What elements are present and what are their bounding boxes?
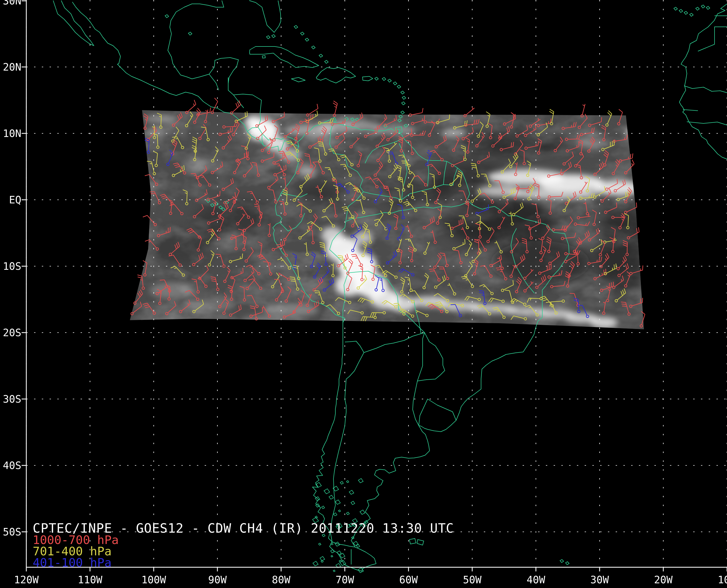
lon-label-40W: 40W: [527, 574, 546, 586]
fjord-island-speck: [321, 560, 323, 562]
fjord-island-speck: [358, 478, 363, 483]
fjord-island-speck: [331, 555, 333, 557]
coastline-path: [684, 86, 727, 93]
island-speck: [319, 54, 323, 57]
fjord-island-speck: [339, 510, 341, 512]
fjord-island-speck: [346, 481, 349, 483]
legend-item-high: 401-100 hPa: [33, 555, 112, 569]
coastline-path: [363, 76, 373, 81]
fjord-island-speck: [329, 495, 334, 499]
lon-label-90W: 90W: [208, 574, 227, 586]
island-speck: [382, 78, 386, 81]
island-speck: [684, 11, 688, 14]
coastline-path: [234, 95, 244, 108]
island-speck: [696, 7, 699, 10]
fjord-island-speck: [346, 512, 349, 515]
bright-cloud: [185, 297, 236, 311]
coastline-path: [249, 46, 319, 67]
lat-label-40S: 40S: [3, 460, 21, 471]
fjord-island-speck: [322, 506, 325, 509]
island-speck: [402, 96, 406, 99]
fjord-island-speck: [360, 510, 365, 514]
fjord-island-speck: [349, 490, 354, 495]
coastline-path: [417, 333, 445, 381]
island-speck: [401, 111, 404, 114]
fjord-island-speck: [334, 513, 337, 516]
fjord-island-speck: [313, 561, 318, 566]
island-speck: [325, 60, 328, 63]
bright-cloud: [626, 126, 648, 140]
island-speck: [393, 82, 397, 85]
dark-cloud-patch: [457, 133, 568, 155]
island-speck: [388, 79, 391, 82]
island-speck: [401, 91, 404, 94]
island-speck: [706, 6, 710, 9]
lon-label-30W: 30W: [590, 574, 609, 586]
fjord-island-speck: [340, 481, 343, 484]
coastline-path: [683, 110, 698, 111]
island-speck: [679, 9, 683, 13]
lat-label-10N: 10N: [3, 128, 21, 140]
lat-label-EQ: EQ: [9, 194, 21, 206]
bright-cloud: [149, 282, 194, 299]
fjord-island-speck: [324, 489, 330, 493]
fjord-island-speck: [319, 543, 321, 545]
coastline-path: [417, 540, 424, 545]
dark-cloud-patch: [296, 183, 341, 205]
island-speck: [690, 13, 693, 16]
coastline-path: [698, 27, 727, 51]
fjord-island-speck: [331, 549, 334, 553]
coastline-path: [687, 122, 727, 125]
lat-label-10S: 10S: [3, 260, 21, 272]
island-speck: [266, 36, 270, 39]
fjord-island-speck: [333, 570, 335, 572]
pressure-legend: 1000-700 hPa 701-400 hPa 401-100 hPa: [33, 533, 119, 569]
lon-label-70W: 70W: [336, 574, 355, 586]
coastline-path: [53, 1, 94, 46]
coastline-path: [291, 78, 305, 82]
bright-cloud: [241, 315, 285, 327]
lon-label-10W: 10W: [718, 574, 727, 586]
coastline-path: [262, 56, 265, 58]
dark-cloud-patch: [147, 232, 213, 266]
island-speck: [566, 562, 569, 565]
fjord-island-speck: [339, 560, 342, 562]
island-speck: [165, 15, 169, 18]
coastline-path: [413, 381, 419, 425]
island-speck: [701, 5, 705, 8]
island-speck: [188, 32, 192, 35]
coastline-path: [409, 539, 416, 544]
lon-label-50W: 50W: [463, 574, 482, 586]
island-speck: [301, 32, 304, 35]
lon-label-100W: 100W: [141, 574, 166, 586]
bright-cloud: [299, 166, 316, 177]
lon-label-110W: 110W: [78, 574, 102, 586]
lon-label-60W: 60W: [399, 574, 418, 586]
island-speck: [272, 35, 275, 38]
fjord-island-speck: [335, 542, 340, 546]
coastline-path: [209, 74, 219, 90]
lon-label-80W: 80W: [272, 574, 291, 586]
island-speck: [305, 38, 309, 41]
dark-cloud-patch: [490, 241, 590, 285]
island-speck: [560, 560, 564, 563]
fjord-island-speck: [351, 501, 355, 504]
dark-cloud-patch: [443, 196, 554, 246]
island-speck: [311, 46, 315, 49]
bright-cloud: [144, 115, 177, 123]
island-speck: [397, 85, 401, 88]
lat-label-30N: 30N: [3, 0, 21, 7]
fjord-island-speck: [335, 500, 340, 504]
bright-cloud: [245, 116, 262, 127]
bright-cloud: [335, 274, 363, 296]
lon-label-120W: 120W: [14, 574, 39, 586]
coastline-path: [679, 4, 727, 159]
island-speck: [294, 25, 298, 28]
coastline-path: [419, 399, 456, 425]
island-speck: [375, 77, 378, 80]
island-speck: [402, 102, 405, 105]
lat-label-20N: 20N: [3, 61, 21, 73]
lon-label-20W: 20W: [654, 574, 673, 586]
lat-label-20S: 20S: [3, 327, 21, 339]
bright-cloud: [590, 317, 618, 328]
